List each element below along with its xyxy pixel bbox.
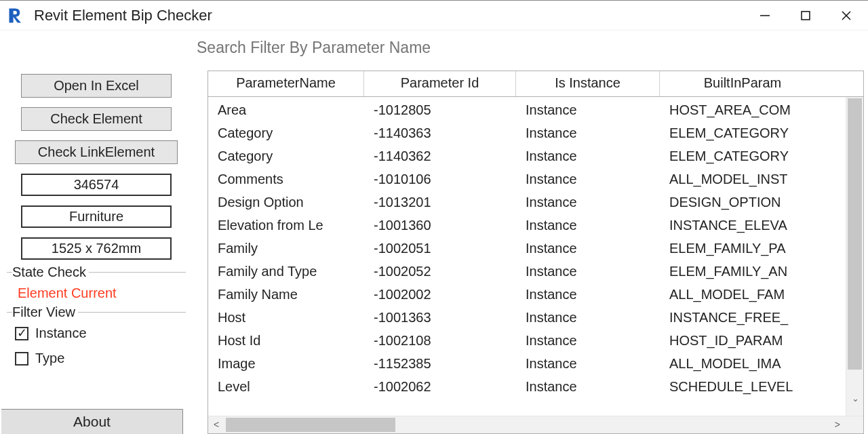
- scroll-right-icon: >: [835, 419, 840, 430]
- open-in-excel-button[interactable]: Open In Excel: [21, 74, 172, 98]
- cell-parameter-id: -1002002: [364, 287, 516, 302]
- parameter-grid[interactable]: ParameterName Parameter Id Is Instance B…: [208, 71, 864, 434]
- horizontal-scrollbar[interactable]: < >: [208, 416, 863, 433]
- title-bar: Revit Element Bip Checker: [0, 1, 868, 31]
- cell-parameter-id: -1012805: [364, 102, 516, 118]
- scrollbar-thumb[interactable]: [848, 98, 862, 370]
- cell-parameter-name: Host: [208, 310, 364, 326]
- table-row[interactable]: Level-1002062InstanceSCHEDULE_LEVEL: [208, 375, 863, 398]
- cell-builtin-param: HOST_AREA_COM: [660, 102, 825, 118]
- cell-parameter-id: -1002108: [364, 333, 516, 349]
- cell-builtin-param: ALL_MODEL_FAM: [660, 287, 825, 302]
- cell-builtin-param: SCHEDULE_LEVEL: [660, 379, 825, 395]
- about-button[interactable]: About: [1, 409, 183, 434]
- cell-is-instance: Instance: [516, 356, 660, 372]
- vertical-scrollbar[interactable]: ⌃ ⌄: [846, 97, 863, 416]
- cell-builtin-param: DESIGN_OPTION: [660, 195, 825, 210]
- cell-is-instance: Instance: [516, 379, 660, 395]
- scrollbar-thumb[interactable]: [226, 418, 395, 432]
- cell-is-instance: Instance: [516, 102, 660, 118]
- cell-parameter-name: Comments: [208, 172, 364, 187]
- cell-builtin-param: INSTANCE_ELEVA: [660, 218, 825, 233]
- content-area: ParameterName Parameter Id Is Instance B…: [193, 31, 868, 434]
- grid-header: ParameterName Parameter Id Is Instance B…: [208, 71, 863, 97]
- table-row[interactable]: Host Id-1002108InstanceHOST_ID_PARAM: [208, 329, 863, 352]
- cell-builtin-param: ALL_MODEL_INST: [660, 172, 825, 187]
- cell-is-instance: Instance: [516, 241, 660, 256]
- table-row[interactable]: Category-1140363InstanceELEM_CATEGORY: [208, 121, 863, 144]
- cell-parameter-id: -1140363: [364, 125, 516, 141]
- table-row[interactable]: Family Name-1002002InstanceALL_MODEL_FAM: [208, 283, 863, 306]
- cell-parameter-id: -1152385: [364, 356, 516, 372]
- table-row[interactable]: Family and Type-1002052InstanceELEM_FAMI…: [208, 260, 863, 283]
- table-row[interactable]: Image-1152385InstanceALL_MODEL_IMA: [208, 352, 863, 375]
- cell-parameter-id: -1001363: [364, 310, 516, 326]
- checkbox-icon: [15, 327, 28, 340]
- cell-parameter-name: Design Option: [208, 195, 364, 210]
- element-id-field[interactable]: 346574: [21, 174, 172, 196]
- minimize-button[interactable]: [745, 1, 785, 31]
- cell-parameter-id: -1002052: [364, 264, 516, 279]
- table-row[interactable]: Comments-1010106InstanceALL_MODEL_INST: [208, 167, 863, 191]
- col-builtin-param[interactable]: BuiltInParam: [660, 71, 825, 96]
- type-name-field[interactable]: 1525 x 762mm: [21, 237, 172, 260]
- cell-parameter-name: Family Name: [208, 287, 364, 302]
- cell-builtin-param: ELEM_CATEGORY: [660, 125, 825, 141]
- cell-builtin-param: ALL_MODEL_IMA: [660, 356, 825, 372]
- cell-parameter-name: Category: [208, 125, 364, 141]
- sidebar: Open In Excel Check Element Check LinkEl…: [0, 31, 193, 434]
- cell-builtin-param: ELEM_CATEGORY: [660, 149, 825, 164]
- cell-parameter-name: Family: [208, 241, 364, 256]
- cell-parameter-name: Category: [208, 149, 364, 164]
- table-row[interactable]: Elevation from Le-1001360InstanceINSTANC…: [208, 214, 863, 237]
- cell-parameter-id: -1013201: [364, 195, 516, 210]
- cell-is-instance: Instance: [516, 287, 660, 302]
- maximize-button[interactable]: [785, 1, 826, 31]
- cell-builtin-param: HOST_ID_PARAM: [660, 333, 825, 349]
- col-parameter-id[interactable]: Parameter Id: [364, 71, 516, 96]
- table-row[interactable]: Category-1140362InstanceELEM_CATEGORY: [208, 144, 863, 167]
- checkbox-icon: [15, 352, 28, 366]
- table-row[interactable]: Family-1002051InstanceELEM_FAMILY_PA: [208, 237, 863, 260]
- col-is-instance[interactable]: Is Instance: [516, 71, 660, 96]
- category-field[interactable]: Furniture: [21, 205, 172, 228]
- scroll-left-icon: <: [214, 419, 219, 430]
- close-button[interactable]: [826, 1, 867, 31]
- cell-parameter-id: -1002051: [364, 241, 516, 256]
- cell-is-instance: Instance: [516, 264, 660, 279]
- cell-builtin-param: ELEM_FAMILY_AN: [660, 264, 825, 279]
- type-checkbox[interactable]: Type: [15, 351, 180, 366]
- filter-view-label: Filter View: [12, 304, 78, 320]
- search-input[interactable]: [194, 35, 860, 61]
- app-icon: [4, 3, 28, 28]
- cell-builtin-param: INSTANCE_FREE_: [660, 310, 825, 326]
- cell-is-instance: Instance: [516, 310, 660, 326]
- check-element-button[interactable]: Check Element: [21, 107, 172, 131]
- state-check-group: State Check Element Current: [7, 272, 186, 305]
- cell-is-instance: Instance: [516, 149, 660, 164]
- table-row[interactable]: Design Option-1013201InstanceDESIGN_OPTI…: [208, 191, 863, 214]
- cell-parameter-name: Image: [208, 356, 364, 372]
- cell-parameter-id: -1002062: [364, 379, 516, 395]
- table-row[interactable]: Host-1001363InstanceINSTANCE_FREE_: [208, 306, 863, 329]
- cell-parameter-name: Elevation from Le: [208, 218, 364, 233]
- cell-parameter-name: Host Id: [208, 333, 364, 349]
- instance-checkbox-label: Instance: [35, 326, 87, 341]
- instance-checkbox[interactable]: Instance: [15, 326, 180, 341]
- check-link-element-button[interactable]: Check LinkElement: [15, 140, 178, 164]
- state-check-label: State Check: [12, 264, 89, 280]
- cell-parameter-name: Family and Type: [208, 264, 364, 279]
- cell-is-instance: Instance: [516, 125, 660, 141]
- table-row[interactable]: Area-1012805InstanceHOST_AREA_COM: [208, 98, 863, 121]
- cell-is-instance: Instance: [516, 172, 660, 187]
- filter-view-group: Filter View Instance Type: [7, 312, 186, 377]
- cell-parameter-id: -1140362: [364, 149, 516, 164]
- col-parameter-name[interactable]: ParameterName: [208, 71, 364, 96]
- cell-parameter-id: -1001360: [364, 218, 516, 233]
- scroll-down-icon: ⌄: [852, 393, 859, 403]
- cell-parameter-name: Area: [208, 102, 364, 118]
- window-title: Revit Element Bip Checker: [34, 7, 212, 24]
- cell-parameter-name: Level: [208, 379, 364, 395]
- type-checkbox-label: Type: [35, 351, 64, 366]
- cell-builtin-param: ELEM_FAMILY_PA: [660, 241, 825, 256]
